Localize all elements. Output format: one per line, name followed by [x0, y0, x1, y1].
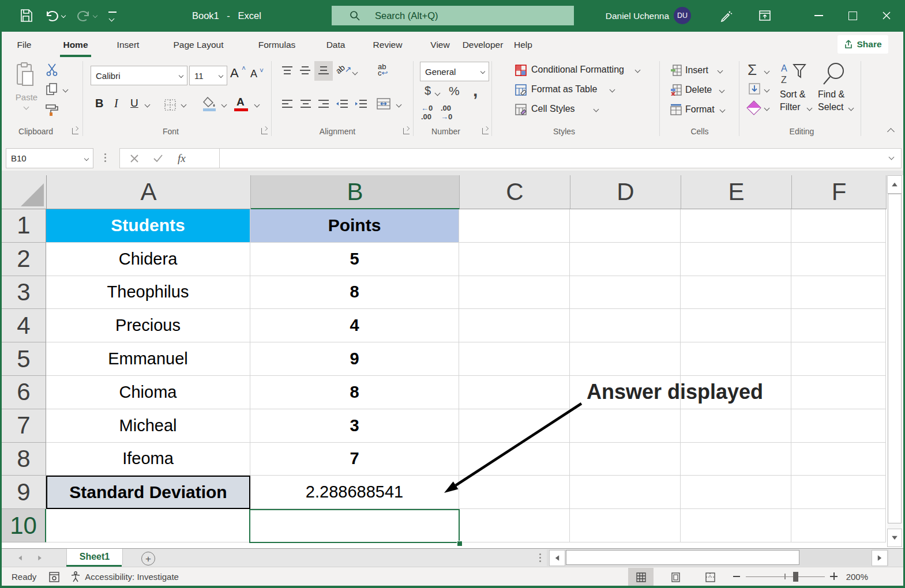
- undo-dropdown-icon[interactable]: [61, 13, 66, 18]
- format-as-table-dropdown-icon[interactable]: [610, 87, 615, 93]
- selection-fill-handle[interactable]: [457, 541, 463, 546]
- cell-a3[interactable]: Theophilus: [46, 276, 250, 310]
- font-color-dropdown-icon[interactable]: [254, 102, 260, 108]
- tab-view[interactable]: View: [430, 32, 449, 58]
- maximize-button[interactable]: [848, 12, 857, 20]
- user-name[interactable]: Daniel Uchenna: [606, 0, 669, 32]
- zoom-in-button[interactable]: [830, 572, 838, 580]
- status-accessibility[interactable]: Accessibility: Investigate: [85, 572, 179, 582]
- zoom-level[interactable]: 200%: [843, 567, 868, 586]
- cell[interactable]: [791, 342, 886, 376]
- cell-a10[interactable]: [46, 509, 250, 542]
- cell[interactable]: [681, 309, 791, 342]
- minimize-button[interactable]: [814, 15, 823, 16]
- whats-new-icon[interactable]: [719, 9, 733, 23]
- currency-dropdown-icon[interactable]: [435, 91, 441, 96]
- tab-review[interactable]: Review: [373, 32, 403, 58]
- insert-cells-label[interactable]: Insert: [685, 65, 708, 76]
- cell[interactable]: [459, 276, 570, 310]
- cell-a6[interactable]: Chioma: [46, 376, 250, 409]
- orientation-dropdown-icon[interactable]: [352, 70, 358, 76]
- decrease-font-icon[interactable]: A˅: [250, 68, 257, 80]
- col-header-f[interactable]: F: [792, 175, 887, 209]
- quick-access-toolbar-icon[interactable]: [108, 12, 117, 23]
- cell[interactable]: [791, 243, 886, 276]
- vertical-scrollbar[interactable]: [887, 175, 902, 546]
- horizontal-scroll-thumb[interactable]: [566, 550, 799, 565]
- cell-b6[interactable]: 8: [250, 376, 459, 409]
- tab-formulas[interactable]: Formulas: [258, 32, 296, 58]
- row-header-3[interactable]: 3: [2, 276, 46, 310]
- cell[interactable]: [459, 443, 570, 476]
- tab-sheet1[interactable]: Sheet1: [66, 549, 123, 565]
- row-header-9[interactable]: 9: [2, 476, 46, 509]
- find-select-label-2[interactable]: Select: [818, 102, 843, 112]
- conditional-formatting-icon[interactable]: [515, 65, 527, 76]
- row-header-10[interactable]: 10: [2, 509, 46, 542]
- decrease-decimal-icon[interactable]: .00→0: [441, 104, 452, 121]
- cell[interactable]: [459, 409, 570, 443]
- sort-filter-dropdown-icon[interactable]: [807, 105, 813, 111]
- cell-a1[interactable]: Students: [46, 209, 250, 243]
- formula-input[interactable]: [219, 148, 902, 168]
- cell[interactable]: [459, 509, 570, 542]
- row-header-1[interactable]: 1: [2, 209, 46, 243]
- cell-b9[interactable]: 2.288688541: [250, 476, 459, 509]
- italic-button[interactable]: I: [114, 97, 118, 110]
- cell[interactable]: [570, 309, 681, 342]
- paste-icon[interactable]: [16, 62, 35, 88]
- next-sheet-icon[interactable]: [38, 556, 42, 560]
- cell-a5[interactable]: Emmanuel: [46, 342, 250, 376]
- fill-icon[interactable]: [749, 83, 760, 95]
- tabbar-resize-handle[interactable]: [539, 557, 541, 559]
- scroll-left-icon[interactable]: [549, 550, 565, 566]
- avatar[interactable]: DU: [674, 7, 691, 24]
- vertical-scroll-thumb[interactable]: [888, 194, 902, 523]
- cell-a9[interactable]: Standard Deviation: [46, 476, 250, 509]
- row-header-2[interactable]: 2: [2, 243, 46, 276]
- cell-b1[interactable]: Points: [250, 209, 459, 243]
- format-dropdown-icon[interactable]: [720, 107, 726, 113]
- undo-icon[interactable]: [45, 9, 59, 22]
- accessibility-icon[interactable]: [71, 571, 80, 582]
- cell[interactable]: [791, 476, 886, 509]
- save-icon[interactable]: [20, 9, 32, 22]
- macro-record-icon[interactable]: [49, 572, 59, 582]
- format-cells-label[interactable]: Format: [685, 104, 715, 115]
- view-page-break-button[interactable]: [697, 568, 723, 586]
- underline-button[interactable]: U: [130, 97, 138, 110]
- cell-styles-icon[interactable]: [515, 104, 527, 115]
- add-sheet-button[interactable]: +: [141, 552, 155, 566]
- cell-b8[interactable]: 7: [250, 443, 459, 476]
- cell-styles-label[interactable]: Cell Styles: [531, 104, 575, 114]
- cell-b3[interactable]: 8: [250, 276, 459, 310]
- paste-label[interactable]: Paste: [9, 92, 44, 102]
- cell-b7[interactable]: 3: [250, 409, 459, 443]
- cell-a2[interactable]: Chidera: [46, 243, 250, 276]
- conditional-formatting-label[interactable]: Conditional Formatting: [531, 65, 624, 75]
- align-left-icon[interactable]: [281, 99, 293, 110]
- cell[interactable]: [681, 476, 791, 509]
- row-header-6[interactable]: 6: [2, 376, 46, 409]
- clear-dropdown-icon[interactable]: [764, 105, 770, 111]
- clipboard-dialog-launcher-icon[interactable]: [72, 128, 78, 134]
- alignment-dialog-launcher-icon[interactable]: [403, 128, 410, 134]
- horizontal-scrollbar[interactable]: [547, 549, 889, 566]
- autosum-dropdown-icon[interactable]: [764, 69, 770, 74]
- redo-dropdown-icon[interactable]: [93, 13, 97, 18]
- fill-dropdown-icon[interactable]: [764, 87, 770, 93]
- merge-center-dropdown-icon[interactable]: [396, 102, 402, 108]
- copy-icon[interactable]: [46, 83, 58, 96]
- col-header-c[interactable]: C: [460, 175, 570, 209]
- view-page-layout-button[interactable]: [663, 568, 688, 586]
- tab-data[interactable]: Data: [326, 32, 346, 58]
- increase-indent-icon[interactable]: [355, 99, 367, 110]
- percent-format-icon[interactable]: %: [449, 84, 460, 98]
- zoom-out-button[interactable]: [733, 576, 740, 577]
- insert-dropdown-icon[interactable]: [718, 68, 723, 74]
- cell[interactable]: [570, 509, 681, 542]
- merge-center-icon[interactable]: [377, 98, 390, 110]
- delete-cells-label[interactable]: Delete: [685, 85, 712, 95]
- font-family-select[interactable]: Calibri: [91, 66, 187, 85]
- align-center-icon[interactable]: [300, 99, 311, 110]
